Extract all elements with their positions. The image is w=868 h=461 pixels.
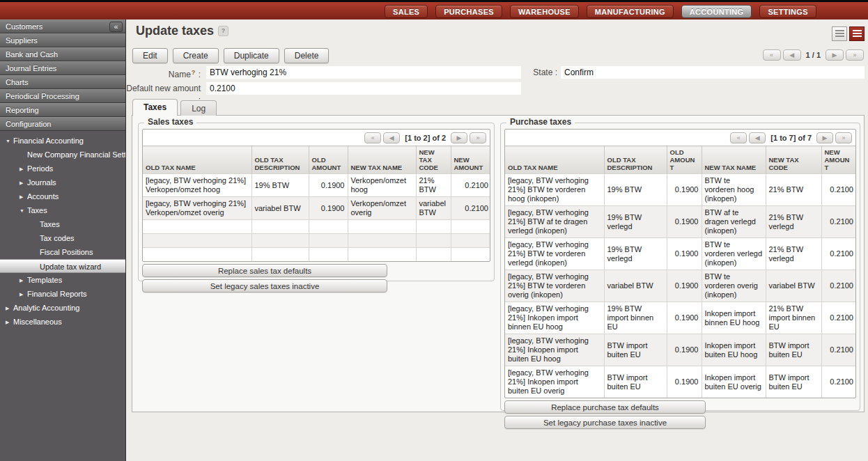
delete-button[interactable]: Delete [284,48,330,63]
table-row[interactable]: [legacy, BTW verhoging 21%] Inkopen impo… [505,334,856,366]
table-cell: [legacy, BTW verhoging 21%] BTW af te dr… [505,206,604,238]
tab-log[interactable]: Log [180,100,217,116]
table-row[interactable]: [legacy, BTW verhoging 21%] BTW af te dr… [505,206,856,238]
sidebar-item-accounts[interactable]: ▶Accounts [0,189,125,203]
set-legacy-sales-taxes-inactive-button[interactable]: Set legacy sales taxes inactive [142,279,387,292]
sidebar-item-journals[interactable]: ▶Journals [0,175,125,189]
sidebar-section-configuration[interactable]: Configuration [0,117,125,131]
column-header-old-tax-description[interactable]: OLD TAX DESCRIPTION [604,146,667,174]
last-record-button[interactable]: » [846,49,864,61]
table-cell: 0.2100 [821,334,856,366]
nav-button-accounting[interactable]: ACCOUNTING [681,5,752,18]
empty-cell [451,220,490,234]
main-content: Update taxes? EditCreateDuplicateDelete … [126,19,868,461]
column-header-old-tax-name[interactable]: OLD TAX NAME [143,146,251,174]
sidebar-item-new-company-financial-setti[interactable]: New Company Financial Setti... [0,148,125,162]
sidebar-item-analytic-accounting[interactable]: ▶Analytic Accounting [0,301,125,315]
tab-taxes[interactable]: Taxes [132,99,178,116]
last-page-button[interactable]: » [835,132,852,143]
sidebar-item-taxes[interactable]: Taxes [0,217,125,231]
column-header-old-amount[interactable]: OLD AMOUNT [667,146,702,174]
nav-button-warehouse[interactable]: WAREHOUSE [510,5,579,18]
table-row[interactable]: [legacy, BTW verhoging 21%] BTW te vorde… [505,174,856,206]
replace-purchase-tax-defaults-button[interactable]: Replace purchase tax defaults [504,400,706,414]
sidebar-item-fiscal-positions[interactable]: Fiscal Positions [0,245,125,259]
set-legacy-purchase-taxes-inactive-button[interactable]: Set legacy purchase taxes inactive [504,416,706,429]
table-cell: 19% BTW verlegd [604,206,667,238]
table-row[interactable]: [legacy, BTW verhoging 21%] Inkopen impo… [505,366,856,398]
list-view-button[interactable] [832,26,847,41]
duplicate-button[interactable]: Duplicate [224,48,279,63]
empty-cell [348,220,416,234]
sidebar-section-suppliers[interactable]: Suppliers [0,33,125,47]
replace-sales-tax-defaults-button[interactable]: Replace sales tax defaults [142,264,387,277]
table-row[interactable]: [legacy, BTW verhoging 21%] BTW te vorde… [505,270,856,302]
next-record-button[interactable]: ▶ [826,49,844,61]
sidebar-collapse-icon[interactable]: « [109,22,123,32]
sidebar-item-taxes[interactable]: ▼Taxes [0,203,125,217]
sidebar-item-financial-reports[interactable]: ▶Financial Reports [0,287,125,301]
next-page-button[interactable]: ▶ [816,132,833,143]
sidebar-section-customers[interactable]: Customers« [0,19,125,33]
sidebar-item-label: Templates [27,276,62,284]
table-row[interactable]: [legacy, BTW verhoging 21%] Inkopen impo… [505,302,856,334]
table-cell: [legacy, BTW verhoging 21%] Verkopen/omz… [143,197,251,220]
sidebar-section-bank-and-cash[interactable]: Bank and Cash [0,47,125,61]
sidebar-section-charts[interactable]: Charts [0,75,125,89]
chevron-right-icon: ▶ [20,288,27,301]
first-page-button[interactable]: « [364,132,381,143]
column-header-new-tax-code[interactable]: NEW TAX CODE [766,146,821,174]
sidebar-item-label: Taxes [27,206,47,214]
table-cell: 0.2100 [821,206,856,238]
sidebar-item-miscellaneous[interactable]: ▶Miscellaneous [0,315,125,329]
state-field-value[interactable]: Confirm [561,66,865,79]
purchase-taxes-table-container: «◀[1 to 7] of 7▶»OLD TAX NAMEOLD TAX DES… [501,129,860,398]
create-button[interactable]: Create [173,48,219,63]
nav-button-manufacturing[interactable]: MANUFACTURING [587,5,674,18]
column-header-new-tax-name[interactable]: NEW TAX NAME [702,146,766,174]
sidebar-item-templates[interactable]: ▶Templates [0,273,125,287]
empty-cell [251,234,309,248]
column-header-old-tax-description[interactable]: OLD TAX DESCRIPTION [251,146,309,174]
first-record-button[interactable]: « [763,49,781,61]
sidebar-section-periodical-processing[interactable]: Periodical Processing [0,89,125,103]
column-header-old-amount[interactable]: OLD AMOUNT [309,146,348,174]
sidebar-item-update-tax-wizard[interactable]: Update tax wizard [0,259,125,273]
sidebar-section-journal-entries[interactable]: Journal Entries [0,61,125,75]
table-row[interactable]: [legacy, BTW verhoging 21%] Verkopen/omz… [143,197,490,220]
edit-button[interactable]: Edit [132,48,168,63]
nav-button-purchases[interactable]: PURCHASES [435,5,502,18]
default-amount-value[interactable]: 0.2100 [206,82,521,95]
column-header-new-tax-name[interactable]: NEW TAX NAME [348,146,416,174]
previous-record-button[interactable]: ◀ [783,49,801,61]
nav-button-sales[interactable]: SALES [385,5,428,18]
table-row[interactable]: [legacy, BTW verhoging 21%] BTW te vorde… [505,238,856,270]
purchase-taxes-group: Purchase taxes «◀[1 to 7] of 7▶»OLD TAX … [500,123,860,411]
notebook-tabs: TaxesLog [132,99,219,116]
table-cell: variabel BTW [251,197,309,220]
sidebar-section-reporting[interactable]: Reporting [0,103,125,117]
first-page-button[interactable]: « [730,132,747,143]
sidebar-item-periods[interactable]: ▶Periods [0,162,125,175]
column-header-new-amount[interactable]: NEW AMOUNT [821,146,856,174]
table-cell: BTW te vorderen hoog (inkopen) [702,174,766,206]
name-field-value[interactable]: BTW verhoging 21% [206,66,521,79]
next-page-button[interactable]: ▶ [451,132,467,143]
column-header-new-amount[interactable]: NEW AMOUNT [451,146,490,174]
table-cell: Verkopen/omzet overig [348,197,416,220]
table-cell: 19% BTW [604,174,667,206]
previous-page-button[interactable]: ◀ [383,132,400,143]
help-icon[interactable]: ? [218,26,228,36]
sidebar-section-label: Reporting [6,106,39,114]
last-page-button[interactable]: » [470,132,486,143]
column-header-old-tax-name[interactable]: OLD TAX NAME [505,146,604,174]
form-view-button[interactable] [849,26,865,41]
nav-button-settings[interactable]: SETTINGS [759,5,816,18]
sidebar-item-tax-codes[interactable]: Tax codes [0,231,125,245]
table-cell: Inkopen import buiten EU hoog [702,334,766,366]
chevron-down-icon: ▼ [20,204,27,217]
previous-page-button[interactable]: ◀ [749,132,766,143]
table-row[interactable]: [legacy, BTW verhoging 21%] Verkopen/omz… [143,174,490,197]
column-header-new-tax-code[interactable]: NEW TAX CODE [416,146,451,174]
sidebar-item-financial-accounting[interactable]: ▼Financial Accounting [0,134,125,148]
